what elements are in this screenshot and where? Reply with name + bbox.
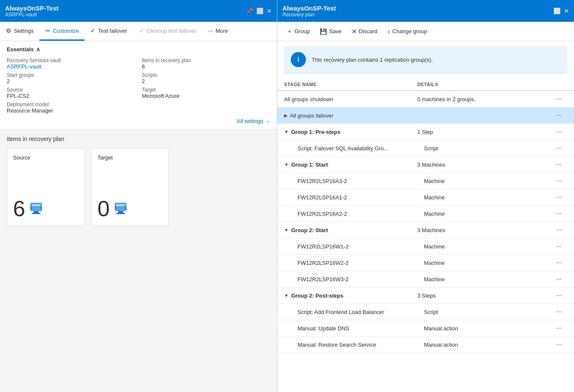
right-panel: AlwaysOnSP-Test Recovery plan ⬜ ✕ ＋ Grou… (277, 0, 574, 392)
stage-name-script-add-frontend: Script: Add Frontend Load Balancer (298, 309, 424, 315)
stage-details-script-add-frontend: Script (424, 309, 550, 315)
essentials-label-vault: Recovery Services vault (7, 57, 135, 63)
left-app-title: AlwaysOnSP-Test (5, 5, 58, 12)
fw12r2lsp16w1-2-label: FW12R2LSP16W1-2 (298, 243, 348, 250)
pin-icon[interactable]: 📌 (246, 8, 253, 14)
stage-details-script-failover-sql: Script (424, 145, 550, 152)
row-more-manual-update-dns[interactable]: ··· (550, 324, 567, 332)
essentials-value-vault[interactable]: ASRFPL-vault (7, 63, 135, 70)
right-title-bar-info: AlwaysOnSP-Test Recovery plan (282, 5, 336, 18)
expand-icon-group2-poststeps[interactable]: ▼ (284, 293, 289, 298)
expand-icon-group1-presteps[interactable]: ▼ (284, 129, 289, 134)
expand-icon-group2-start[interactable]: ▼ (284, 227, 289, 233)
close-icon[interactable]: ✕ (267, 8, 272, 14)
change-group-label: Change group (392, 28, 427, 34)
stage-details-all-groups-shutdown: 0 machines in 2 groups. (417, 96, 550, 102)
essentials-value-source: FPL-CS2 (7, 93, 135, 99)
essentials-grid: Recovery Services vault ASRFPL-vault Ite… (7, 57, 270, 114)
all-settings-link-container: All settings → (7, 118, 270, 124)
cleanup-icon: ✓ (139, 27, 144, 34)
row-more-group1-presteps[interactable]: ··· (550, 128, 567, 136)
row-more-fw12r2lsp16w2-2[interactable]: ··· (550, 259, 567, 267)
svg-rect-11 (116, 213, 125, 214)
essentials-value-items-count: 6 (142, 63, 271, 70)
essentials-item-source: Source FPL-CS2 (7, 87, 135, 99)
row-more-group2-poststeps[interactable]: ··· (550, 292, 567, 299)
svg-rect-5 (32, 213, 40, 214)
right-app-title: AlwaysOnSP-Test (282, 5, 336, 12)
stage-name-all-groups-shutdown: All groups shutdown (284, 96, 417, 102)
group-button[interactable]: ＋ Group (282, 25, 314, 38)
essentials-label-start-groups: Start groups (7, 72, 135, 78)
table-row: ▶ All groups failover ··· (277, 107, 574, 124)
script-add-frontend-label: Script: Add Frontend Load Balancer (298, 309, 384, 315)
fw12r2lsp16a2-2-label: FW12R2LSP16A2-2 (298, 211, 347, 217)
fw12r2lsp16a3-2-label: FW12R2LSP16A3-2 (298, 178, 347, 184)
row-more-script-add-frontend[interactable]: ··· (550, 308, 567, 316)
test-failover-button[interactable]: ✓ Test failover (84, 22, 133, 41)
row-more-fw12r2lsp16a3-2[interactable]: ··· (550, 177, 567, 185)
row-more-fw12r2lsp16w3-2[interactable]: ··· (550, 275, 567, 283)
table-row: ▼ Group 2: Start 3 Machines ··· (277, 222, 574, 238)
items-cards: Source 6 Target 0 (7, 148, 270, 226)
customize-button[interactable]: ✏ Customize (39, 22, 84, 41)
essentials-header[interactable]: Essentials ∧ (7, 46, 270, 52)
discard-button[interactable]: ✕ Discard (348, 26, 382, 37)
row-more-group2-start[interactable]: ··· (550, 226, 567, 234)
row-more-all-groups-shutdown[interactable]: ··· (550, 95, 567, 103)
table-row: FW12R2LSP16W3-2 Machine ··· (277, 271, 574, 287)
right-restore-icon[interactable]: ⬜ (553, 8, 561, 14)
table-header: STAGE NAME DETAILS (277, 78, 574, 91)
row-more-script-failover-sql[interactable]: ··· (550, 144, 567, 152)
all-settings-link[interactable]: All settings → (237, 118, 270, 124)
right-title-controls: ⬜ ✕ (553, 8, 569, 14)
info-icon: i (291, 52, 306, 67)
row-more-all-groups-failover[interactable]: ··· (550, 112, 567, 119)
right-close-icon[interactable]: ✕ (564, 8, 569, 14)
left-panel: AlwaysOnSP-Test ASRFPL-vault 📌 ⬜ ✕ ⚙ Set… (0, 0, 277, 392)
svg-rect-4 (34, 211, 39, 213)
stage-details-fw12r2lsp16w3-2: Machine (424, 276, 550, 282)
group1-start-label: Group 1: Start (291, 162, 328, 168)
table-row: FW12R2LSP16A3-2 Machine ··· (277, 173, 574, 189)
row-more-fw12r2lsp16a2-2[interactable]: ··· (550, 210, 567, 217)
fw12r2lsp16w3-2-label: FW12R2LSP16W3-2 (298, 276, 348, 282)
table-row: FW12R2LSP16A2-2 Machine ··· (277, 206, 574, 222)
expand-icon-group1-start[interactable]: ▼ (284, 162, 289, 167)
group2-start-label: Group 2: Start (291, 227, 328, 233)
row-more-fw12r2lsp16w1-2[interactable]: ··· (550, 243, 567, 250)
settings-button[interactable]: ⚙ Settings (0, 22, 39, 41)
stage-name-fw12r2lsp16w1-2: FW12R2LSP16W1-2 (298, 243, 424, 250)
restore-icon[interactable]: ⬜ (256, 8, 263, 14)
server-icon (29, 200, 46, 217)
row-more-group1-start[interactable]: ··· (550, 161, 567, 168)
target-server-icon (114, 200, 131, 217)
essentials-label-deployment: Deployment model (7, 102, 135, 107)
left-title-bar-info: AlwaysOnSP-Test ASRFPL-vault (5, 5, 58, 18)
stage-details-fw12r2lsp16w1-2: Machine (424, 243, 550, 250)
group2-poststeps-label: Group 2: Post-steps (291, 293, 343, 299)
test-failover-label: Test failover (98, 28, 127, 34)
all-groups-failover-label: All groups failover (290, 112, 333, 119)
stage-name-group2-start: ▼ Group 2: Start (284, 227, 417, 233)
table-row: FW12R2LSP16W2-2 Machine ··· (277, 255, 574, 271)
change-group-icon: ↕ (387, 28, 390, 35)
table-row: Manual: Restore Search Service Manual ac… (277, 337, 574, 353)
row-more-manual-restore-search[interactable]: ··· (550, 341, 567, 348)
discard-label: Discard (359, 28, 377, 34)
row-more-fw12r2lsp16a1-2[interactable]: ··· (550, 193, 567, 201)
left-toolbar: ⚙ Settings ✏ Customize ✓ Test failover ✓… (0, 22, 277, 41)
save-button[interactable]: 💾 Save (316, 26, 346, 37)
expand-icon-failover[interactable]: ▶ (284, 113, 287, 118)
source-card: Source 6 (7, 148, 84, 226)
more-button[interactable]: ··· More (202, 22, 234, 41)
fw12r2lsp16w2-2-label: FW12R2LSP16W2-2 (298, 260, 348, 266)
change-group-button[interactable]: ↕ Change group (383, 26, 431, 37)
target-card-label: Target (97, 154, 163, 161)
left-title-bar: AlwaysOnSP-Test ASRFPL-vault 📌 ⬜ ✕ (0, 0, 277, 22)
essentials-value-deployment: Resource Manager (7, 107, 135, 114)
stage-details-fw12r2lsp16a1-2: Machine (424, 194, 550, 201)
stage-name-fw12r2lsp16w2-2: FW12R2LSP16W2-2 (298, 260, 424, 266)
essentials-value-target: Microsoft Azure (142, 93, 271, 99)
customize-label: Customize (53, 28, 79, 34)
